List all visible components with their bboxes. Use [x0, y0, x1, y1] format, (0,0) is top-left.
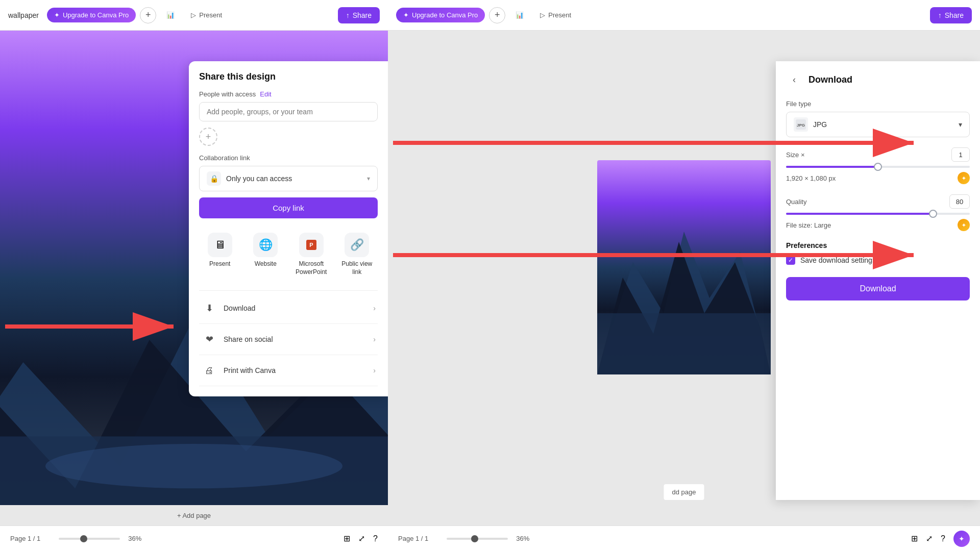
- bottom-bar-left: Page 1 / 1 36% ⊞ ⤢ ?: [0, 525, 388, 551]
- bottom-icons-right: ⊞ ⤢ ? ✦: [911, 531, 970, 547]
- add-page-label-right[interactable]: dd page: [664, 484, 704, 500]
- canvas-area-left: Share this design People with access Edi…: [0, 31, 388, 525]
- fullscreen-icon-right[interactable]: ⤢: [926, 534, 933, 543]
- file-type-value: JPG: [813, 120, 953, 129]
- dimension-row: 1,920 × 1,080 px ✦: [786, 172, 970, 184]
- assistant-icon[interactable]: ✦: [953, 531, 970, 547]
- jpg-icon: JPG: [794, 117, 808, 132]
- present-share-icon: 🖥: [208, 233, 232, 257]
- people-input[interactable]: [199, 102, 378, 121]
- copy-link-button[interactable]: Copy link: [199, 197, 378, 218]
- size-slider-thumb[interactable]: [874, 163, 882, 171]
- help-icon-right[interactable]: ?: [941, 534, 945, 543]
- analytics-button[interactable]: 📊: [160, 8, 181, 22]
- size-label: Size ×: [786, 151, 805, 159]
- download-menu-item[interactable]: ⬇ Download ›: [199, 293, 378, 324]
- grid-icon-right[interactable]: ⊞: [911, 534, 918, 543]
- collab-label: Collaboration link: [199, 154, 378, 162]
- share-button-left[interactable]: ↑ Share: [338, 7, 380, 23]
- people-access-label: People with access Edit: [199, 90, 378, 98]
- share-social-chevron-icon: ›: [373, 335, 376, 343]
- svg-point-3: [45, 444, 342, 488]
- share-button-right[interactable]: ↑ Share: [930, 7, 972, 23]
- download-button[interactable]: Download: [786, 277, 970, 300]
- share-option-public-link[interactable]: 🔗 Public view link: [336, 229, 378, 280]
- quality-value: 80: [949, 194, 970, 209]
- website-share-label: Website: [255, 260, 277, 268]
- powerpoint-share-label: Microsoft PowerPoint: [292, 260, 330, 276]
- share-option-powerpoint[interactable]: P Microsoft PowerPoint: [290, 229, 332, 280]
- present-button-left[interactable]: ▷ Present: [185, 8, 228, 22]
- dimension-text: 1,920 × 1,080 px: [786, 174, 836, 182]
- zoom-slider-left[interactable]: [59, 538, 120, 540]
- back-button[interactable]: ‹: [786, 71, 802, 88]
- analytics-button-right[interactable]: 📊: [509, 8, 530, 22]
- download-chevron-icon: ›: [373, 304, 376, 312]
- zoom-slider-right[interactable]: [447, 538, 508, 540]
- website-share-icon: 🌐: [253, 233, 278, 257]
- page-info-right: Page 1 / 1: [398, 535, 428, 542]
- fullscreen-icon[interactable]: ⤢: [358, 534, 365, 543]
- size-row: Size × 1: [786, 147, 970, 162]
- quality-slider-thumb[interactable]: [929, 210, 937, 218]
- canvas-area-right: dd page ‹ Download: [388, 31, 980, 525]
- size-slider-track: [786, 166, 970, 168]
- save-settings-checkbox[interactable]: ✓: [786, 256, 795, 265]
- help-icon[interactable]: ?: [373, 534, 378, 543]
- zoom-track: [59, 538, 120, 540]
- quality-row: Quality 80: [786, 194, 970, 209]
- chart-icon-right: 📊: [516, 11, 524, 19]
- public-link-label: Public view link: [338, 260, 376, 276]
- access-dropdown[interactable]: 🔒 Only you can access ▾: [199, 166, 378, 191]
- download-panel-title: Download: [808, 74, 852, 85]
- page-info-left: Page 1 / 1: [10, 535, 40, 542]
- share-modal: Share this design People with access Edi…: [189, 61, 388, 396]
- upgrade-button-left[interactable]: ✦ Upgrade to Canva Pro: [47, 8, 136, 22]
- share-icon-right: ↑: [938, 11, 942, 19]
- quality-label: Quality: [786, 198, 806, 206]
- size-slider[interactable]: [786, 166, 970, 168]
- print-menu-item[interactable]: 🖨 Print with Canva ›: [199, 355, 378, 386]
- download-label: Download: [224, 304, 367, 312]
- quality-slider[interactable]: [786, 213, 970, 215]
- print-icon: 🖨: [201, 362, 217, 379]
- download-icon: ⬇: [201, 300, 217, 316]
- lock-icon: 🔒: [207, 171, 221, 186]
- access-text: Only you can access: [226, 174, 362, 183]
- filesize-row: File size: Large ✦: [786, 219, 970, 231]
- left-panel: wallpaper ✦ Upgrade to Canva Pro + 📊 ▷ P…: [0, 0, 388, 551]
- quality-slider-fill: [786, 213, 933, 215]
- top-bar-left: wallpaper ✦ Upgrade to Canva Pro + 📊 ▷ P…: [0, 0, 388, 31]
- grid-icon[interactable]: ⊞: [344, 534, 350, 543]
- modal-scroll: Share this design People with access Edi…: [189, 61, 388, 396]
- add-element-button[interactable]: +: [140, 7, 156, 23]
- present-button-right[interactable]: ▷ Present: [534, 8, 577, 22]
- public-link-icon: 🔗: [345, 233, 369, 257]
- share-option-website[interactable]: 🌐 Website: [245, 229, 287, 280]
- file-type-dropdown[interactable]: JPG JPG ▾: [786, 112, 970, 137]
- svg-rect-10: [597, 313, 771, 374]
- present-icon-right: ▷: [540, 11, 545, 19]
- present-share-label: Present: [209, 260, 230, 268]
- top-bar-right: ✦ Upgrade to Canva Pro + 📊 ▷ Present ↑ S…: [388, 0, 980, 31]
- chevron-down-icon: ▾: [367, 175, 370, 182]
- share-options-grid: 🖥 Present 🌐 Website P: [199, 229, 378, 280]
- star-icon: ✦: [54, 11, 60, 19]
- add-page-bar: + Add page: [0, 505, 388, 525]
- share-social-menu-item[interactable]: ❤ Share on social ›: [199, 324, 378, 355]
- add-element-button-right[interactable]: +: [489, 7, 505, 23]
- print-chevron-icon: ›: [373, 366, 376, 374]
- save-settings-row: ✓ Save download settings: [786, 256, 970, 265]
- zoom-thumb[interactable]: [80, 535, 87, 542]
- share-option-present[interactable]: 🖥 Present: [199, 229, 241, 280]
- modal-title: Share this design: [199, 71, 378, 82]
- zoom-percent-right: 36%: [516, 535, 529, 542]
- zoom-thumb-right[interactable]: [471, 535, 478, 542]
- add-person-button[interactable]: +: [199, 128, 217, 146]
- edit-link[interactable]: Edit: [260, 90, 271, 98]
- upgrade-button-right[interactable]: ✦ Upgrade to Canva Pro: [396, 8, 485, 22]
- size-slider-fill: [786, 166, 878, 168]
- svg-text:JPG: JPG: [797, 123, 805, 128]
- share-social-label: Share on social: [224, 335, 367, 343]
- add-page-button[interactable]: + Add page: [177, 512, 211, 519]
